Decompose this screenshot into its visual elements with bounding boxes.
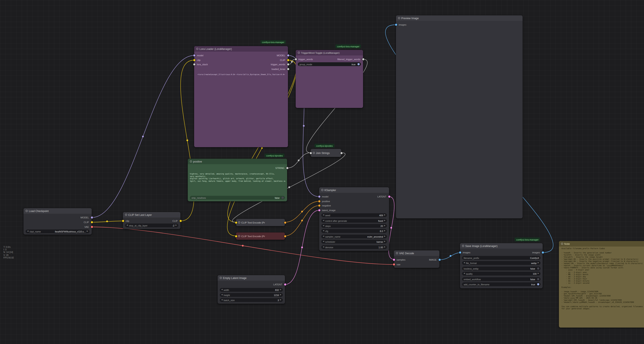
output-slot-images[interactable] [542,252,544,254]
toggle-knob-icon[interactable] [358,63,360,65]
input-slot-clip[interactable] [193,59,195,61]
output-slot-clip[interactable] [287,59,289,61]
node-lora-loader[interactable]: Lora Loader (LoraManager) model MODEL cl… [194,46,288,147]
output-slot-trigger-words[interactable] [287,63,289,66]
stepper-right-icon[interactable] [280,289,281,291]
collapse-icon[interactable] [238,222,240,224]
input-slot-clip[interactable] [235,235,237,237]
output-slot-image[interactable] [438,259,440,261]
output-slot-conditioning[interactable] [284,235,286,237]
input-slot-latent-image[interactable] [318,209,320,211]
collapse-icon[interactable] [313,152,315,154]
output-slot-filtered-trigger-words[interactable] [362,58,364,60]
node-title-bar[interactable]: Load Checkpoint [24,208,92,214]
stepper-left-icon[interactable] [221,289,222,291]
node-clip-set-last-layer[interactable]: CLIP Set Last Layer clip CLIP stop_at_cl… [123,212,180,229]
collapse-icon[interactable] [190,160,192,162]
node-ksampler[interactable]: KSampler model LATENT positive negative … [319,187,389,251]
node-title-bar[interactable]: positive [188,159,287,164]
height-stepper[interactable]: height 1216 [220,293,283,297]
toggle-knob-icon[interactable] [282,197,284,198]
sampler-name-combo[interactable]: sampler_name euler_ancestral [321,234,387,238]
cfg-stepper[interactable]: cfg 8.0 [321,229,387,233]
stepper-left-icon[interactable] [323,214,324,216]
collapse-icon[interactable] [220,277,222,279]
node-load-checkpoint[interactable]: Load Checkpoint MODEL CLIP VAE ckpt_name… [24,208,92,234]
stepper-right-icon[interactable] [384,246,386,248]
input-slot-positive[interactable] [318,200,320,202]
node-title-bar[interactable]: TriggerWord Toggle (LoraManager) [296,50,363,56]
scheduler-combo[interactable]: scheduler karras [321,240,387,244]
ckpt-name-combo[interactable]: ckpt_name ilwaiNSFWIllustrious_v110.s... [26,230,90,233]
group-mode-toggle[interactable]: group_mode true [298,62,361,66]
node-vae-decode[interactable]: VAE Decode samples IMAGE vae [394,250,440,268]
node-title-bar[interactable]: Save Image (LoraManager) [460,243,543,249]
input-slot-clip[interactable] [122,220,124,222]
toggle-knob-icon[interactable] [537,268,539,269]
collapse-icon[interactable] [125,214,127,216]
embed-workflow-toggle[interactable]: embed_workflow false [462,277,540,281]
collapse-icon[interactable] [321,189,323,191]
output-slot-clip[interactable] [180,220,182,222]
file-format-combo[interactable]: file_format webp [462,261,540,265]
stepper-left-icon[interactable] [323,236,324,237]
stepper-right-icon[interactable] [384,241,386,242]
stepper-left-icon[interactable] [221,294,222,296]
node-title-bar[interactable]: CLIP Set Last Layer [123,212,180,218]
prompt-textarea[interactable]: highres, very detailed, amazing quality,… [190,173,286,194]
input-slot-images[interactable] [459,252,461,254]
width-stepper[interactable]: width 832 [220,288,283,292]
combo-left-icon[interactable] [27,230,28,232]
stepper-right-icon[interactable] [384,236,386,237]
lora-syntax-text[interactable]: <lora:CreateConcept_Illustrious:0.8> <lo… [198,73,286,76]
stepper-right-icon[interactable] [538,262,539,264]
node-preview-image[interactable]: Preview Image images [396,15,522,218]
output-slot-string[interactable] [286,167,288,169]
quality-stepper[interactable]: quality 100 [462,272,540,276]
input-slot-model[interactable] [318,196,320,198]
node-positive-prompt[interactable]: positive STRING highres, very detailed, … [188,159,287,201]
output-slot-latent[interactable] [284,284,286,286]
node-save-image[interactable]: Save Image (LoraManager) images images f… [460,243,543,288]
collapse-icon[interactable] [398,17,400,19]
stop-at-clip-layer-stepper[interactable]: stop_at_clip_layer -2 [125,224,178,227]
input-slot-negative[interactable] [318,204,320,207]
note-text[interactable]: Available filename_prefix Pattern Codes … [562,248,644,326]
output-slot-string[interactable] [340,152,342,154]
input-slot-model[interactable] [193,54,195,56]
input-slot-clip[interactable] [235,221,237,224]
input-slot-strings[interactable] [310,152,312,154]
output-slot-model[interactable] [287,54,289,56]
steps-stepper[interactable]: steps 20 [321,224,387,228]
node-title-bar[interactable]: VAE Decode [394,250,440,256]
collapse-icon[interactable] [238,235,240,237]
stepper-left-icon[interactable] [221,299,222,301]
node-clip-text-encode-positive[interactable]: CLIP Text Encode (Pr [236,219,285,226]
node-title-bar[interactable]: Note [559,241,644,246]
stepper-left-icon[interactable] [126,224,128,226]
output-slot-latent[interactable] [388,196,390,198]
denoise-stepper[interactable]: denoise 1.00 [321,245,387,249]
input-slot-samples[interactable] [393,259,395,261]
stepper-left-icon[interactable] [323,230,324,232]
output-slot-conditioning[interactable] [284,221,286,224]
collapse-icon[interactable] [561,243,563,245]
node-note[interactable]: Note Available filename_prefix Pattern C… [559,241,644,328]
collapse-icon[interactable] [298,52,300,54]
collapse-icon[interactable] [396,252,398,254]
stepper-right-icon[interactable] [538,273,539,274]
stepper-left-icon[interactable] [464,273,465,274]
stepper-right-icon[interactable] [384,225,386,227]
stepper-right-icon[interactable] [384,230,386,232]
input-slot-vae[interactable] [393,264,395,266]
node-clip-text-encode-negative[interactable]: CLIP Text Encode (Pr [236,232,285,240]
stepper-left-icon[interactable] [323,220,324,222]
node-join-strings[interactable]: Join Strings [310,149,341,157]
node-title-bar[interactable]: Join Strings [310,149,341,157]
seed-stepper[interactable]: seed 409 [321,213,387,217]
input-slot-trigger-words[interactable] [294,58,297,60]
output-slot-loaded-loras[interactable] [287,68,289,70]
add-counter-to-filename-toggle[interactable]: add_counter_to_filename true [462,282,540,286]
node-title-bar[interactable]: CLIP Text Encode (Pr [236,232,285,240]
node-graph-canvas[interactable]: T: 0.0/s I: 0 N: 14 [14] V: 28 FPS:56.82… [0,0,644,344]
